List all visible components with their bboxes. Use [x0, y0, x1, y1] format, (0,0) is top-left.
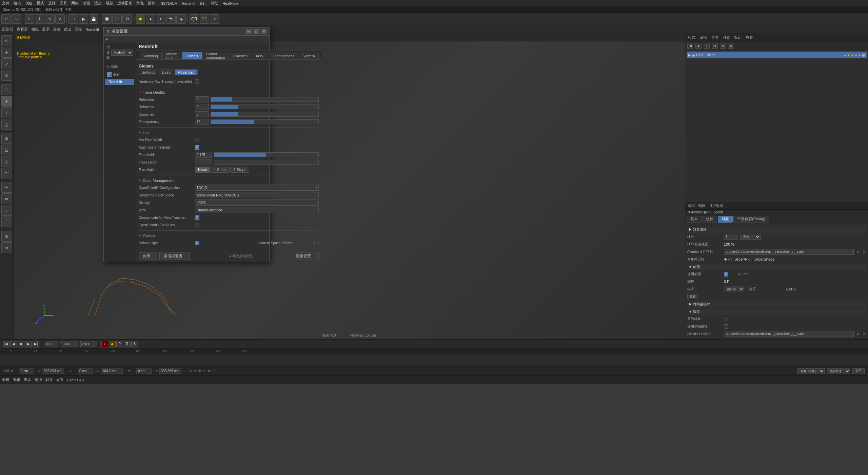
obj-section-animation[interactable]: ▼ 动画	[687, 264, 866, 270]
keyframe-btn[interactable]: ◆	[109, 341, 116, 347]
dlg-sidebar-output[interactable]: ▷ 输出	[105, 63, 134, 70]
coord-mode-select[interactable]: 对象 (相对)	[797, 368, 825, 374]
coord-z-abs[interactable]	[159, 368, 181, 374]
scale-key-btn[interactable]: S	[131, 341, 138, 347]
menu-window[interactable]: 窗口	[199, 1, 207, 6]
menu-help[interactable]: 帮助	[211, 1, 218, 6]
menu-insydium[interactable]: INSYDIUM	[159, 1, 178, 5]
rs-btn[interactable]: RS	[200, 14, 209, 24]
material-btn[interactable]: ◈	[176, 14, 186, 24]
menu-create[interactable]: 创建	[25, 1, 33, 6]
open-btn[interactable]: ▶	[79, 14, 88, 24]
select-btn[interactable]: ↖	[25, 14, 34, 24]
sidebar-rotate[interactable]: ↻	[1, 70, 12, 81]
prop-subdiv-unit[interactable]: 厘米	[740, 234, 761, 240]
bottom-tab-create[interactable]: 创建	[2, 377, 9, 382]
new-scene-btn[interactable]: □	[68, 14, 78, 24]
menu-select[interactable]: 选择	[48, 1, 56, 6]
sidebar-smooth[interactable]: ≈	[1, 242, 12, 253]
save-btn[interactable]: 💾	[89, 14, 98, 24]
menu-sculpt[interactable]: 雕刻	[106, 1, 113, 6]
dlg-tab-optimizations[interactable]: Optimizations	[268, 52, 298, 59]
sec-panel[interactable]: 面板	[75, 27, 82, 32]
sidebar-knife[interactable]: ✁	[1, 182, 12, 193]
sidebar-scale[interactable]: ⤢	[1, 58, 12, 69]
render-settings-btn[interactable]: 渲染设置...	[292, 252, 318, 260]
prop-abc2-input[interactable]	[724, 331, 854, 337]
obj-section-timing[interactable]: ▶ 时间重映射	[687, 301, 866, 307]
reflection-input[interactable]	[195, 96, 209, 102]
coord-size-select[interactable]: 绝对尺寸	[827, 368, 850, 374]
trace-depth-slider[interactable]	[214, 160, 319, 165]
trace-depths-header[interactable]: Trace Depths	[139, 89, 319, 95]
scene-nav4[interactable]: ⊗	[728, 43, 734, 49]
color-mgmt-header[interactable]: Color Management	[139, 177, 319, 184]
prop-as-obj-checkbox[interactable]	[724, 317, 728, 321]
reflection-slider[interactable]	[211, 97, 319, 102]
thresh-slider[interactable]	[214, 152, 319, 157]
refraction-input[interactable]	[195, 104, 209, 110]
sec-display[interactable]: 显示	[42, 27, 50, 32]
x-btn[interactable]: ✕	[210, 14, 219, 24]
tess-none-btn[interactable]: None	[195, 167, 210, 173]
render-region-btn[interactable]: ⬛	[112, 14, 122, 24]
display-value[interactable]: sRGB	[195, 200, 319, 206]
current-frame-input[interactable]	[80, 341, 97, 347]
thresh-input[interactable]	[195, 152, 212, 158]
menu-character[interactable]: 角色	[136, 1, 144, 6]
render-settings-btn[interactable]: ⚙	[122, 14, 132, 24]
start-frame-input[interactable]	[45, 341, 58, 347]
scene-back-btn[interactable]: ◀	[687, 43, 693, 49]
bottom-tab-edit[interactable]: 编辑	[13, 377, 20, 382]
prop-abc-confirm-icon[interactable]: ✓	[856, 249, 860, 254]
render-btn[interactable]: 🔲	[102, 14, 112, 24]
sidebar-poly-mode[interactable]: △	[1, 119, 12, 130]
record-btn[interactable]: ●	[101, 341, 108, 347]
default-light-checkbox[interactable]	[195, 241, 199, 245]
scene-up-btn[interactable]: ▲	[695, 43, 702, 49]
redo-btn[interactable]: ↪	[12, 14, 21, 24]
menu-mode[interactable]: 模式	[37, 1, 44, 6]
sidebar-magnet[interactable]: ⊛	[1, 231, 12, 242]
rot-key-btn[interactable]: R	[124, 341, 131, 347]
sec-camera[interactable]: 相机	[31, 27, 39, 32]
sidebar-edge-mode[interactable]: /	[1, 107, 12, 118]
coord-y-abs[interactable]	[101, 368, 123, 374]
play-fwd-btn[interactable]: ▶	[25, 341, 32, 347]
dlg-tab-caustics[interactable]: Caustics	[230, 52, 251, 59]
auto-thresh-checkbox[interactable]	[195, 145, 199, 150]
sidebar-live-select[interactable]: ⊕	[1, 133, 12, 144]
dialog-close-btn[interactable]: ✕	[261, 29, 267, 34]
prop-reset-btn[interactable]: 重置	[687, 294, 698, 299]
save-checkbox[interactable]	[107, 72, 112, 77]
camera-space-checkbox[interactable]	[314, 241, 319, 245]
sidebar-obj-mode[interactable]: □	[1, 84, 12, 95]
sidebar-bridge[interactable]: ⇌	[1, 193, 12, 204]
coord-x-val[interactable]	[19, 368, 34, 374]
obj-tab-phong[interactable]: 干涉色彩(Phong)	[733, 216, 769, 223]
options-header[interactable]: Options	[139, 233, 319, 239]
menu-redshift[interactable]: Redshift	[182, 1, 195, 5]
prev-frame-btn[interactable]: |◀	[3, 341, 9, 347]
render-cs-value[interactable]: scene-linear Rec.709-sRGB	[195, 192, 319, 198]
obj-tab-coords[interactable]: 坐标	[702, 216, 717, 223]
dlg-tab-globals[interactable]: Globals	[182, 52, 202, 59]
menu-edit[interactable]: 编辑	[14, 1, 21, 6]
dlg-tab-gi[interactable]: Global Illumination	[202, 52, 229, 59]
sidebar-rect-select[interactable]: ⊡	[1, 145, 12, 155]
sec-renderer[interactable]: 渲染器	[2, 27, 13, 32]
prop-use-anim-checkbox[interactable]	[724, 272, 728, 277]
scene-nav1[interactable]: ↑	[704, 43, 710, 49]
sec-redshift[interactable]: Redshift	[85, 27, 99, 32]
renderer-select[interactable]: Redshift	[111, 50, 133, 56]
tess-8steps-btn[interactable]: 8-Steps	[230, 167, 249, 173]
bottom-tab-view[interactable]: 查看	[24, 377, 31, 382]
undo-btn[interactable]: ↩	[1, 14, 11, 24]
pos-key-btn[interactable]: P	[116, 341, 123, 347]
menu-animation[interactable]: 动画	[83, 1, 90, 6]
sec-options[interactable]: 选项	[53, 27, 60, 32]
prop-abc2-confirm-icon[interactable]: ✓	[856, 331, 860, 336]
menu-realflow[interactable]: RealFlow	[222, 1, 238, 5]
menu-plugins[interactable]: 插件	[148, 1, 155, 6]
prop-subdiv-input[interactable]	[724, 234, 737, 240]
